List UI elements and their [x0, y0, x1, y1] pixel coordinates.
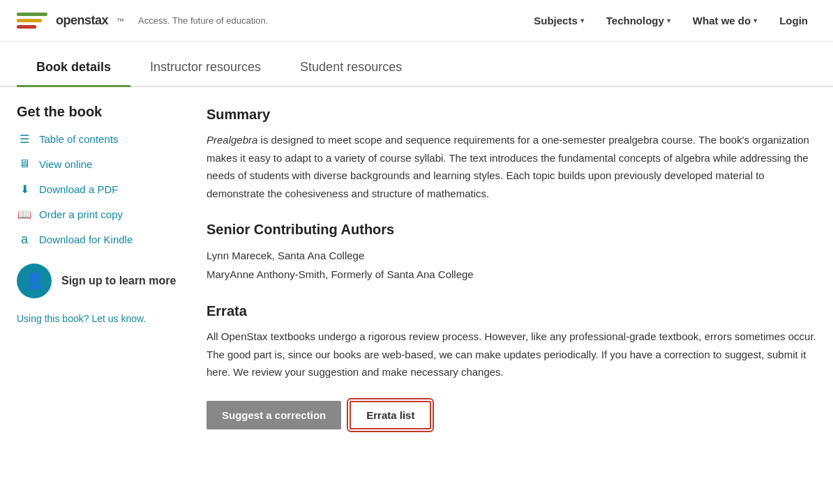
list-icon: ☰ — [17, 131, 32, 146]
nav-what-we-do[interactable]: What we do ▾ — [684, 10, 765, 31]
authors-title: Senior Contributing Authors — [207, 222, 816, 238]
chevron-down-icon: ▾ — [667, 17, 670, 24]
author-1: Lynn Marecek, Santa Ana College — [207, 246, 816, 265]
sidebar-link-kindle[interactable]: a Download for Kindle — [17, 231, 184, 247]
logo-bar-red — [17, 25, 36, 29]
tagline: Access. The future of education. — [138, 15, 268, 26]
chevron-down-icon: ▾ — [753, 17, 757, 24]
errata-list-button[interactable]: Errata list — [350, 401, 431, 429]
nav-technology[interactable]: Technology ▾ — [598, 10, 679, 31]
sidebar: Get the book ☰ Table of contents 🖥 View … — [17, 104, 184, 429]
signup-avatar[interactable]: 👤 — [17, 264, 52, 298]
download-icon: ⬇ — [17, 181, 32, 197]
book-icon: 📖 — [17, 206, 32, 222]
nav-login[interactable]: Login — [771, 10, 816, 31]
chevron-down-icon: ▾ — [580, 17, 584, 24]
button-row: Suggest a correction Errata list — [207, 401, 816, 429]
signup-text[interactable]: Sign up to learn more — [61, 274, 176, 289]
signup-section: 👤 Sign up to learn more — [17, 264, 184, 298]
main-content: Get the book ☰ Table of contents 🖥 View … — [0, 87, 833, 446]
summary-body: Prealgebra is designed to meet scope and… — [207, 131, 816, 202]
sidebar-link-download-pdf[interactable]: ⬇ Download a PDF — [17, 181, 184, 197]
sidebar-link-view-online[interactable]: 🖥 View online — [17, 156, 184, 171]
logo-icon — [17, 8, 47, 33]
sidebar-link-print-copy[interactable]: 📖 Order a print copy — [17, 206, 184, 222]
person-add-icon: 👤 — [25, 272, 44, 290]
using-book-link[interactable]: Using this book? Let us know. — [17, 313, 146, 324]
header-nav: Subjects ▾ Technology ▾ What we do ▾ Log… — [525, 10, 816, 31]
errata-title: Errata — [207, 303, 816, 319]
kindle-icon: a — [17, 231, 32, 247]
logo-tm: ™ — [117, 17, 124, 25]
tab-student-resources[interactable]: Student resources — [280, 47, 421, 86]
nav-subjects[interactable]: Subjects ▾ — [525, 10, 592, 31]
book-name-italic: Prealgebra — [207, 134, 257, 146]
sidebar-title: Get the book — [17, 104, 184, 120]
header-left: openstax ™ Access. The future of educati… — [17, 8, 268, 33]
header: openstax ™ Access. The future of educati… — [0, 0, 833, 42]
tab-instructor-resources[interactable]: Instructor resources — [130, 47, 280, 86]
sidebar-link-toc[interactable]: ☰ Table of contents — [17, 131, 184, 146]
author-2: MaryAnne Anthony-Smith, Formerly of Sant… — [207, 265, 816, 284]
errata-body: All OpenStax textbooks undergo a rigorou… — [207, 328, 816, 381]
summary-title: Summary — [207, 107, 816, 123]
logo-text: openstax — [56, 13, 108, 28]
monitor-icon: 🖥 — [17, 156, 32, 171]
logo-bar-yellow — [17, 19, 42, 22]
content-area: Summary Prealgebra is designed to meet s… — [207, 104, 816, 429]
authors-list: Lynn Marecek, Santa Ana College MaryAnne… — [207, 246, 816, 284]
tabs-bar: Book details Instructor resources Studen… — [0, 47, 833, 87]
suggest-correction-button[interactable]: Suggest a correction — [207, 401, 341, 429]
tab-book-details[interactable]: Book details — [17, 47, 130, 86]
logo-bar-green — [17, 13, 47, 16]
